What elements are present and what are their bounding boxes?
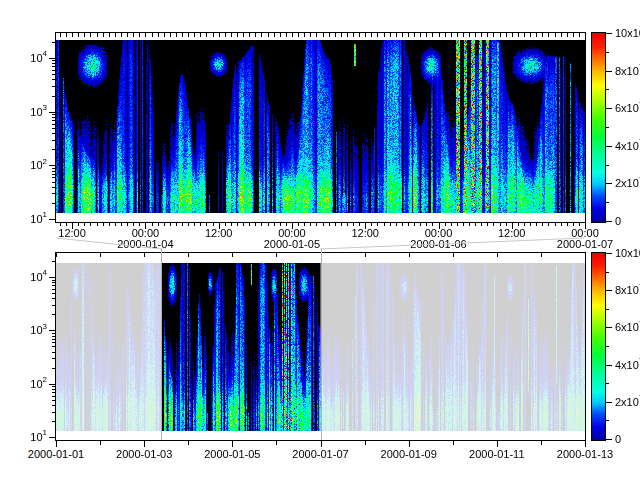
y-tick-label: 104 [30, 53, 47, 64]
x-minor-tick [335, 222, 336, 226]
y-tick-label-exponent: 4 [43, 49, 47, 58]
colorbar-tick-label: 10x107 [615, 248, 640, 259]
x-minor-tick [261, 222, 262, 226]
y-tick-label: 103 [30, 325, 47, 336]
x-inner-tick [274, 33, 275, 37]
x-minor-tick [286, 222, 287, 226]
colorbar-tick-label: 4x107 [615, 359, 640, 370]
x-inner-tick [371, 33, 372, 37]
x-inner-tick [144, 253, 145, 257]
colorbar-tick-label: 4x107 [615, 140, 640, 151]
x-minor-tick [304, 222, 305, 226]
x-minor-tick [243, 222, 244, 226]
y-minor-tick [52, 386, 55, 387]
x-major-tick [144, 440, 145, 447]
x-minor-tick [371, 222, 372, 226]
x-minor-tick [567, 222, 568, 226]
x-minor-tick [555, 222, 556, 226]
x-time-label: 12:00 [498, 228, 526, 239]
x-minor-tick [530, 222, 531, 226]
x-minor-tick [506, 222, 507, 226]
colorbar-tick-label: 0 [615, 216, 621, 227]
colorbar-tick-label: 10x107 [615, 28, 640, 39]
x-inner-tick [432, 33, 433, 37]
y-minor-tick [52, 133, 55, 134]
selection-left-handle[interactable] [161, 248, 162, 440]
y-minor-tick [52, 285, 55, 286]
colorbar-major-tick [606, 402, 612, 403]
x-inner-tick [121, 33, 122, 37]
x-minor-tick [365, 440, 366, 445]
x-minor-tick [84, 222, 85, 226]
x-inner-tick [268, 33, 269, 37]
y-major-tick [49, 384, 55, 385]
x-time-label: 12:00 [205, 228, 233, 239]
y-minor-tick [52, 96, 55, 97]
x-inner-tick [329, 33, 330, 37]
x-inner-tick [78, 33, 79, 37]
colorbar-tick-label: 8x107 [615, 285, 640, 296]
detail-spectrogram[interactable] [56, 40, 585, 213]
y-minor-tick [52, 305, 55, 306]
x-inner-tick [384, 33, 385, 37]
selection-window[interactable] [161, 252, 320, 440]
x-minor-tick [451, 222, 452, 226]
overview-colorbar [592, 253, 605, 440]
y-minor-tick [52, 293, 55, 294]
y-minor-tick [52, 396, 55, 397]
colorbar-minor-tick [606, 309, 609, 310]
y-minor-tick [52, 149, 55, 150]
x-minor-tick [268, 222, 269, 226]
x-inner-tick [579, 33, 580, 37]
x-inner-tick [414, 33, 415, 37]
x-minor-tick [316, 222, 317, 226]
x-inner-tick [103, 33, 104, 37]
x-minor-tick [103, 222, 104, 226]
x-inner-tick [133, 33, 134, 37]
x-date-label: 2000-01-05 [204, 449, 260, 460]
x-inner-tick [286, 33, 287, 37]
x-minor-tick [487, 222, 488, 226]
x-inner-tick [585, 253, 586, 257]
colorbar-minor-tick [606, 420, 609, 421]
y-tick-label: 101 [30, 432, 47, 443]
x-inner-tick [518, 33, 519, 37]
x-minor-tick [133, 222, 134, 226]
y-minor-tick [52, 66, 55, 67]
x-minor-tick [573, 222, 574, 226]
x-inner-tick [206, 33, 207, 37]
selection-right-handle[interactable] [321, 248, 322, 440]
y-major-tick [49, 165, 55, 166]
x-minor-tick [579, 222, 580, 226]
x-inner-tick [408, 33, 409, 37]
x-inner-tick [60, 33, 61, 37]
x-inner-tick [243, 33, 244, 37]
x-minor-tick [469, 222, 470, 226]
x-minor-tick [536, 222, 537, 226]
x-minor-tick [323, 222, 324, 226]
y-minor-tick [52, 171, 55, 172]
x-inner-tick [323, 33, 324, 37]
x-inner-tick [66, 33, 67, 37]
x-minor-tick [481, 222, 482, 226]
x-date-label: 2000-01-09 [381, 449, 437, 460]
x-major-tick [56, 440, 57, 447]
y-minor-tick [52, 203, 55, 204]
x-inner-tick [353, 33, 354, 37]
x-minor-tick [420, 222, 421, 226]
colorbar-major-tick [606, 71, 612, 72]
x-minor-tick [475, 222, 476, 226]
x-minor-tick [329, 222, 330, 226]
x-minor-tick [396, 222, 397, 226]
x-inner-tick [377, 33, 378, 37]
x-time-label: 12:00 [58, 228, 86, 239]
colorbar-tick-label: 8x107 [615, 65, 640, 76]
x-date-label: 2000-01-04 [117, 239, 173, 250]
x-minor-tick [524, 222, 525, 226]
x-minor-tick [200, 222, 201, 226]
x-inner-tick [347, 33, 348, 37]
x-minor-tick [463, 222, 464, 226]
y-minor-tick [52, 193, 55, 194]
y-minor-tick [52, 421, 55, 422]
x-inner-tick [506, 33, 507, 37]
